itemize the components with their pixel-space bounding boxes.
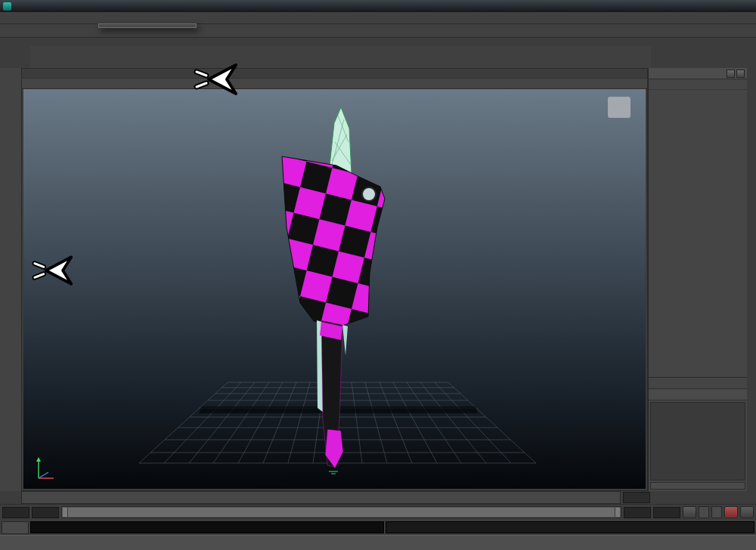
cursor-arrow-icon: [32, 254, 74, 287]
layer-editor-menus: [649, 388, 747, 400]
range-end-handle[interactable]: [615, 508, 620, 517]
command-line-output[interactable]: [386, 521, 754, 533]
machete-top-blade[interactable]: [329, 107, 352, 174]
anim-start-field[interactable]: [32, 507, 59, 518]
pin-icon[interactable]: [727, 70, 735, 78]
command-line: [0, 520, 756, 535]
viewport-panel[interactable]: [21, 68, 648, 491]
help-line: [0, 535, 756, 550]
panel-toolbar: [22, 78, 647, 89]
title-bar[interactable]: [0, 0, 756, 12]
object-label-marks: [329, 471, 338, 474]
close-icon[interactable]: [736, 70, 745, 78]
shelf-menu-button[interactable]: [21, 37, 30, 67]
layer-editor: [649, 377, 747, 491]
time-slider[interactable]: [21, 491, 621, 504]
shelf-tabs: [30, 37, 648, 46]
cursor-arrow-icon: [194, 62, 239, 97]
range-slider[interactable]: [61, 506, 621, 518]
anim-layer-dropdown[interactable]: [699, 506, 709, 518]
object-name[interactable]: [649, 90, 747, 101]
viewport-3d[interactable]: [23, 89, 646, 489]
handle-highlight-right: [342, 325, 348, 355]
auto-keyframe-icon[interactable]: [724, 506, 738, 518]
annotation-click-here: [194, 62, 243, 97]
panel-menu-bar: [22, 69, 647, 78]
channel-box-menus: [649, 79, 747, 90]
shelf: [30, 46, 651, 69]
channel-box-header: [649, 68, 747, 79]
side-tab-strip: [747, 68, 756, 491]
blade-hole: [362, 187, 376, 201]
range-slider-range[interactable]: [63, 508, 620, 517]
annotation-or-here: [32, 254, 79, 287]
time-slider-bar: [0, 491, 756, 504]
axis-indicator: [29, 451, 64, 484]
character-set-dropdown[interactable]: [711, 506, 722, 518]
toolbox: [0, 68, 22, 494]
view-label: [608, 97, 631, 118]
playback-options-icon[interactable]: [683, 506, 696, 518]
channel-box-panel: [648, 68, 747, 491]
layer-scrollbar[interactable]: [650, 482, 745, 490]
maya-window: [0, 0, 756, 550]
layer-list[interactable]: [650, 402, 745, 480]
playback-start-field[interactable]: [2, 507, 29, 518]
command-line-input[interactable]: [30, 521, 384, 533]
channel-box-empty-area: [649, 101, 747, 377]
animation-preferences-icon[interactable]: [740, 506, 754, 518]
machete-cleaver-blade[interactable]: [282, 156, 385, 326]
scene-canvas: [23, 89, 646, 489]
anim-end-field[interactable]: [624, 507, 651, 518]
current-time-field[interactable]: [623, 492, 650, 503]
command-line-language-toggle[interactable]: [2, 521, 29, 534]
maya-logo-icon: [3, 2, 11, 11]
range-start-handle[interactable]: [63, 508, 68, 517]
window-menu-dropdown: [98, 23, 197, 28]
menu-bar: [0, 12, 756, 24]
playback-end-field[interactable]: [653, 507, 680, 518]
range-slider-bar: [0, 504, 756, 520]
